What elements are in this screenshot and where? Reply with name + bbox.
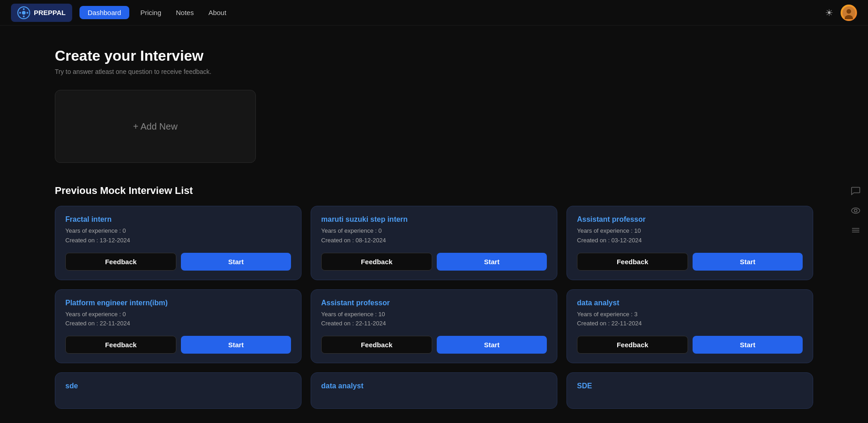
interview-card-5: Assistant professor Years of experience … [311,289,557,364]
feedback-button-1[interactable]: Feedback [65,253,176,271]
card-title-6: data analyst [577,299,803,307]
interview-card-6: data analyst Years of experience : 3 Cre… [566,289,813,364]
interview-card-4: Platform engineer intern(ibm) Years of e… [55,289,302,364]
eye-icon[interactable] [851,205,861,218]
dashboard-button[interactable]: Dashboard [79,6,129,19]
feedback-button-2[interactable]: Feedback [321,253,432,271]
card-title-4: Platform engineer intern(ibm) [65,299,291,307]
avatar-image [842,6,855,19]
card-meta-years-5: Years of experience : 10 [321,310,547,319]
partial-card-3[interactable]: SDE [566,372,813,409]
svg-point-3 [23,16,25,17]
add-new-label: + Add New [133,121,177,132]
svg-point-7 [847,9,851,14]
start-button-6[interactable]: Start [693,336,803,354]
navbar: PREPPAL Dashboard Pricing Notes About ☀ [0,0,868,26]
card-actions-6: Feedback Start [577,336,803,354]
card-actions-5: Feedback Start [321,336,547,354]
card-title-1: Fractal intern [65,215,291,224]
card-meta-years-1: Years of experience : 0 [65,226,291,236]
section-title: Previous Mock Interview List [55,185,813,197]
start-button-5[interactable]: Start [437,336,547,354]
start-button-3[interactable]: Start [693,253,803,271]
menu-lines-icon[interactable] [851,225,861,237]
svg-point-4 [19,12,21,14]
svg-point-5 [26,12,28,14]
avatar[interactable] [841,5,857,21]
interview-grid: Fractal intern Years of experience : 0 C… [55,206,813,409]
pricing-link[interactable]: Pricing [140,9,161,16]
interview-card-2: maruti suzuki step intern Years of exper… [311,206,557,280]
nav-links: Pricing Notes About [140,9,226,16]
card-meta-created-5: Created on : 22-11-2024 [321,319,547,329]
card-meta-created-6: Created on : 22-11-2024 [577,319,803,329]
partial-card-2[interactable]: data analyst [311,372,557,409]
partial-card-title-2: data analyst [321,382,547,390]
start-button-4[interactable]: Start [181,336,291,354]
nav-right: ☀ [825,5,857,21]
card-title-5: Assistant professor [321,299,547,307]
svg-point-1 [22,11,26,15]
card-actions-1: Feedback Start [65,253,291,271]
partial-card-1[interactable]: sde [55,372,302,409]
svg-point-9 [852,208,860,213]
card-meta-created-2: Created on : 08-12-2024 [321,236,547,245]
start-button-1[interactable]: Start [181,253,291,271]
page-subtitle: Try to answer atleast one question to re… [55,68,813,75]
about-link[interactable]: About [208,9,226,16]
main-content: Create your Interview Try to answer atle… [0,26,868,423]
card-actions-4: Feedback Start [65,336,291,354]
right-sidebar [851,186,861,237]
feedback-button-5[interactable]: Feedback [321,336,432,354]
start-button-2[interactable]: Start [437,253,547,271]
card-actions-2: Feedback Start [321,253,547,271]
card-meta-created-4: Created on : 22-11-2024 [65,319,291,329]
notes-link[interactable]: Notes [176,9,194,16]
chat-icon[interactable] [851,186,861,198]
svg-point-10 [854,209,857,212]
theme-toggle-icon[interactable]: ☀ [825,7,833,18]
logo-button[interactable]: PREPPAL [11,4,72,22]
card-meta-years-6: Years of experience : 3 [577,310,803,319]
card-title-3: Assistant professor [577,215,803,224]
card-meta-years-3: Years of experience : 10 [577,226,803,236]
interview-card-3: Assistant professor Years of experience … [566,206,813,280]
interview-card-1: Fractal intern Years of experience : 0 C… [55,206,302,280]
logo-icon [17,6,30,19]
card-meta-years-4: Years of experience : 0 [65,310,291,319]
logo-label: PREPPAL [34,9,66,16]
add-new-card[interactable]: + Add New [55,90,256,163]
partial-card-title-1: sde [65,382,291,390]
page-title: Create your Interview [55,47,813,64]
card-meta-created-1: Created on : 13-12-2024 [65,236,291,245]
feedback-button-6[interactable]: Feedback [577,336,688,354]
card-actions-3: Feedback Start [577,253,803,271]
card-meta-created-3: Created on : 03-12-2024 [577,236,803,245]
feedback-button-4[interactable]: Feedback [65,336,176,354]
card-meta-years-2: Years of experience : 0 [321,226,547,236]
card-title-2: maruti suzuki step intern [321,215,547,224]
partial-card-title-3: SDE [577,382,803,390]
svg-point-2 [23,8,25,10]
feedback-button-3[interactable]: Feedback [577,253,688,271]
